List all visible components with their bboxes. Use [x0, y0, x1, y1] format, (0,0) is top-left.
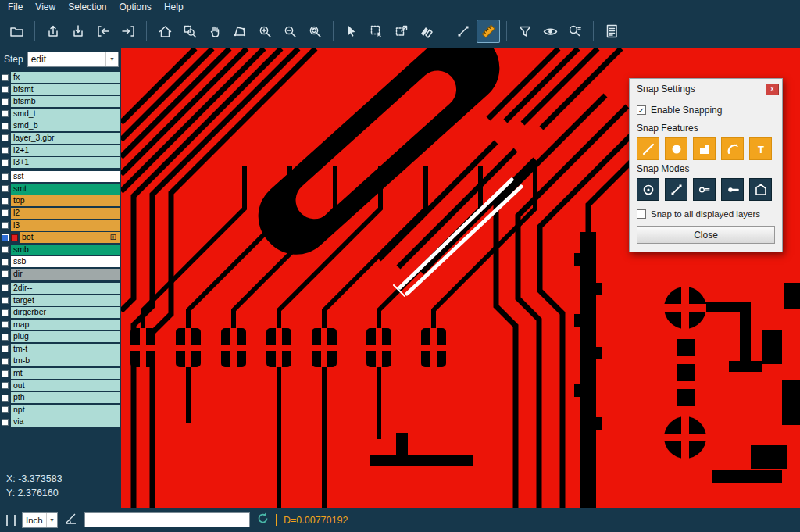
snap-all-layers-checkbox[interactable] — [637, 209, 646, 219]
layer-visibility-checkbox[interactable] — [2, 395, 9, 402]
layer-visibility-checkbox[interactable] — [2, 358, 9, 365]
layer-visibility-checkbox[interactable] — [2, 419, 9, 426]
layer-row[interactable]: sst ⊞ — [1, 171, 120, 182]
layer-visibility-checkbox[interactable] — [2, 134, 9, 141]
layer-visibility-checkbox[interactable] — [2, 309, 9, 316]
step-out-icon[interactable] — [116, 20, 140, 43]
snap-arc-icon[interactable] — [721, 137, 744, 160]
snap-corner-icon[interactable] — [693, 137, 716, 160]
zoom-in-icon[interactable] — [253, 20, 277, 43]
layer-visibility-checkbox[interactable] — [2, 86, 9, 93]
step-select[interactable]: edit ▼ — [27, 52, 119, 67]
menu-options[interactable]: Options — [113, 0, 158, 14]
zoom-window-icon[interactable] — [178, 20, 202, 43]
unit-select[interactable]: Inch ▼ — [22, 512, 58, 528]
select-window-icon[interactable] — [365, 20, 388, 43]
layer-visibility-checkbox[interactable] — [2, 123, 9, 130]
layer-visibility-checkbox[interactable] — [2, 234, 9, 241]
layer-row[interactable]: tm-t ⊞ — [1, 344, 120, 355]
layer-row[interactable]: map ⊞ — [1, 320, 120, 330]
layer-row[interactable]: l2+1 ⊞ — [1, 145, 120, 156]
refresh-icon[interactable] — [256, 512, 270, 528]
layer-visibility-checkbox[interactable] — [2, 222, 9, 229]
report-icon[interactable] — [600, 20, 623, 43]
layer-row[interactable]: dirgerber ⊞ — [1, 307, 120, 318]
layer-row[interactable]: mt ⊞ — [1, 368, 120, 379]
dialog-title-bar[interactable]: Snap Settings x — [630, 79, 782, 98]
layer-row[interactable]: tm-b ⊞ — [1, 355, 120, 366]
close-icon[interactable]: x — [766, 84, 779, 95]
snap-slot-icon[interactable] — [693, 178, 716, 201]
step-in-icon[interactable] — [91, 20, 115, 43]
layer-visibility-checkbox[interactable] — [2, 209, 9, 216]
mirror-icon[interactable] — [415, 20, 438, 43]
layer-row[interactable]: out ⊞ — [1, 380, 120, 391]
layer-row[interactable]: layer_3.gbr ⊞ — [1, 133, 120, 144]
pcb-canvas[interactable]: Snap Settings x ✓ Enable Snapping Snap F… — [121, 48, 800, 508]
chevron-down-icon[interactable]: ▼ — [46, 513, 57, 527]
snap-endpoint-icon[interactable] — [665, 178, 688, 201]
layer-visibility-checkbox[interactable] — [2, 74, 9, 81]
layer-row[interactable]: fx ⊞ — [1, 72, 120, 83]
open-file-icon[interactable] — [5, 20, 28, 43]
menu-selection[interactable]: Selection — [62, 0, 112, 14]
layer-row[interactable]: npt ⊞ — [1, 405, 120, 416]
line-tool-icon[interactable] — [452, 20, 475, 43]
layer-row[interactable]: 2dir-- ⊞ — [1, 283, 120, 294]
enable-snapping-checkbox[interactable]: ✓ — [637, 105, 646, 115]
layer-row[interactable]: l3 ⊞ — [1, 220, 120, 231]
layer-row[interactable]: target ⊞ — [1, 295, 120, 306]
layer-visibility-checkbox[interactable] — [2, 110, 9, 117]
layer-visibility-checkbox[interactable] — [2, 345, 9, 352]
snap-pad-icon[interactable] — [665, 137, 688, 160]
export-step-icon[interactable] — [41, 20, 65, 43]
layer-row[interactable]: bfsmt ⊞ — [1, 84, 120, 95]
layer-row[interactable]: top ⊞ — [1, 195, 120, 206]
snap-text-icon[interactable]: T — [749, 137, 772, 160]
layer-visibility-checkbox[interactable] — [2, 406, 9, 413]
layer-row[interactable]: dir ⊞ — [1, 269, 120, 280]
highlight-eye-icon[interactable] — [538, 20, 562, 43]
command-input[interactable] — [84, 512, 250, 527]
snap-vertex-icon[interactable] — [749, 178, 772, 201]
layer-visibility-checkbox[interactable] — [2, 297, 9, 304]
layer-visibility-checkbox[interactable] — [2, 98, 9, 105]
layer-visibility-checkbox[interactable] — [2, 270, 9, 277]
layer-visibility-checkbox[interactable] — [2, 259, 9, 266]
import-step-icon[interactable] — [66, 20, 90, 43]
layer-visibility-checkbox[interactable] — [2, 198, 9, 205]
menu-help[interactable]: Help — [158, 0, 190, 14]
filter-icon[interactable] — [513, 20, 537, 43]
layer-row[interactable]: smd_t ⊞ — [1, 109, 120, 120]
snap-slot-filled-icon[interactable] — [721, 178, 744, 201]
menu-view[interactable]: View — [29, 0, 62, 14]
layer-row[interactable]: plug ⊞ — [1, 331, 120, 342]
statusbar-grip[interactable] — [6, 515, 8, 526]
layer-row[interactable]: l2 ⊞ — [1, 208, 120, 219]
layer-row[interactable]: pth ⊞ — [1, 392, 120, 403]
snap-line-icon[interactable] — [637, 137, 659, 160]
select-cursor-icon[interactable] — [340, 20, 363, 43]
layer-row[interactable]: ssb ⊞ — [1, 256, 120, 267]
home-view-icon[interactable] — [153, 20, 177, 43]
layer-visibility-checkbox[interactable] — [2, 321, 9, 328]
layer-visibility-checkbox[interactable] — [2, 147, 9, 154]
layer-row[interactable]: smb ⊞ — [1, 245, 120, 255]
select-reference-icon[interactable] — [390, 20, 413, 43]
measure-ruler-icon[interactable] — [477, 20, 500, 43]
layer-row[interactable]: bfsmb ⊞ — [1, 96, 120, 107]
dialog-close-button[interactable]: Close — [637, 226, 775, 244]
layer-visibility-checkbox[interactable] — [2, 382, 9, 389]
angle-measure-icon[interactable] — [64, 512, 78, 528]
snap-center-icon[interactable] — [637, 178, 659, 201]
layer-row[interactable]: bot ⊞ — [1, 232, 120, 243]
layer-visibility-checkbox[interactable] — [2, 159, 9, 166]
layer-visibility-checkbox[interactable] — [2, 284, 9, 291]
pan-hand-icon[interactable] — [203, 20, 227, 43]
search-net-icon[interactable] — [563, 20, 587, 43]
layer-visibility-checkbox[interactable] — [2, 370, 9, 377]
zoom-out-icon[interactable] — [278, 20, 302, 43]
layer-visibility-checkbox[interactable] — [2, 246, 9, 253]
draw-polygon-icon[interactable] — [228, 20, 252, 43]
menu-file[interactable]: File — [2, 0, 29, 14]
